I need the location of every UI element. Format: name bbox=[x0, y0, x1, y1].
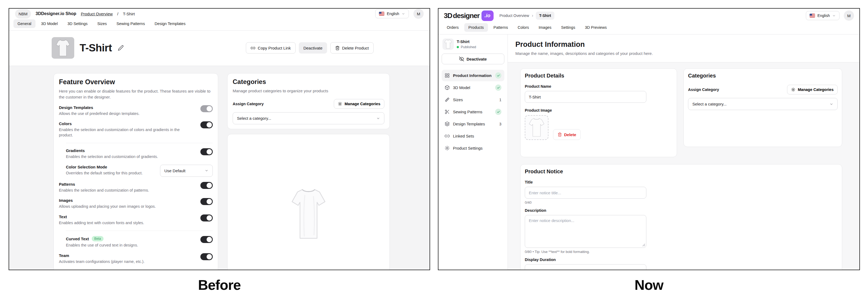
product-name-input[interactable] bbox=[525, 91, 646, 103]
tshirt-3d-preview bbox=[290, 187, 327, 241]
tab-sizes[interactable]: Sizes bbox=[93, 19, 111, 28]
manage-categories-button[interactable]: Manage Categories bbox=[787, 85, 838, 94]
images-toggle[interactable] bbox=[200, 198, 213, 205]
feature-label: Images bbox=[59, 198, 156, 203]
product-details-card: Product Details Product Name Product Ima… bbox=[520, 68, 677, 157]
colors-toggle[interactable] bbox=[200, 121, 213, 128]
feature-label: Gradients bbox=[66, 148, 158, 153]
chevron-down-icon bbox=[832, 14, 836, 18]
check-badge bbox=[495, 109, 501, 115]
product-image-dropzone[interactable] bbox=[525, 115, 549, 140]
trash-icon bbox=[558, 132, 562, 137]
page-subtitle: Manage the name, images, descriptions an… bbox=[515, 51, 852, 56]
manage-categories-button[interactable]: Manage Categories bbox=[334, 99, 384, 109]
product-notice-card: Product Notice Title 0/40 Description 0/… bbox=[520, 164, 842, 270]
tab-products[interactable]: Products bbox=[464, 23, 488, 32]
now-panel: 3Ddesigner .io Product Overview › T-Shir… bbox=[438, 8, 860, 270]
link-icon bbox=[445, 133, 450, 139]
tab-patterns[interactable]: Patterns bbox=[490, 23, 512, 32]
copy-product-link-button[interactable]: Copy Product Link bbox=[246, 42, 296, 54]
sidebar-item-product-information[interactable]: Product Information bbox=[442, 70, 504, 81]
user-avatar[interactable]: M bbox=[413, 9, 424, 19]
tab-3d-model[interactable]: 3D Model bbox=[37, 19, 62, 28]
scissors-icon bbox=[445, 109, 450, 114]
tab-images[interactable]: Images bbox=[534, 23, 555, 32]
edit-title-icon[interactable] bbox=[118, 45, 124, 51]
tab-sewing-patterns[interactable]: Sewing Patterns bbox=[113, 19, 149, 28]
divider bbox=[66, 270, 213, 270]
feature-row-patterns: Patterns Enables the selection and custo… bbox=[59, 182, 213, 193]
feature-row-team: Team Activates team configurations (play… bbox=[59, 253, 213, 265]
categories-title: Categories bbox=[688, 73, 838, 79]
tab-design-templates[interactable]: Design Templates bbox=[151, 19, 190, 28]
tshirt-image bbox=[528, 118, 545, 138]
notice-description-textarea[interactable] bbox=[525, 215, 646, 248]
divider bbox=[66, 143, 213, 143]
product-mini-card: T-Shirt Published bbox=[442, 38, 504, 50]
tab-3d-previews[interactable]: 3D Previews bbox=[581, 23, 611, 32]
deactivate-button[interactable]: Deactivate bbox=[442, 54, 504, 64]
language-label: English bbox=[387, 11, 399, 16]
gradients-toggle[interactable] bbox=[200, 148, 213, 155]
before-tabbar: General 3D Model 3D Settings Sizes Sewin… bbox=[9, 19, 430, 31]
assign-category-row: Assign Category Manage Categories bbox=[232, 99, 384, 109]
assign-category-label: Assign Category bbox=[232, 102, 264, 106]
team-toggle[interactable] bbox=[200, 253, 213, 260]
now-label: Now bbox=[438, 273, 860, 297]
delete-image-button[interactable]: Delete bbox=[553, 129, 581, 140]
product-title-bar: T-Shirt Copy Product Link Deactivate Del… bbox=[9, 31, 430, 66]
feature-label: Curved TextBeta bbox=[66, 236, 138, 241]
categories-desc: Manage product categories to organize yo… bbox=[232, 89, 384, 93]
feature-desc: Allows the use of predefined design temp… bbox=[59, 111, 140, 117]
feature-row-color-selection-mode: Color Selection Mode Overrides the defau… bbox=[66, 165, 213, 177]
design-templates-toggle[interactable] bbox=[200, 105, 213, 112]
sidebar-item-design-templates[interactable]: Design Templates 3 bbox=[442, 118, 504, 130]
tab-3d-settings[interactable]: 3D Settings bbox=[63, 19, 92, 28]
curved-text-toggle[interactable] bbox=[200, 236, 213, 243]
sidebar-item-product-settings[interactable]: Product Settings bbox=[442, 142, 504, 154]
text-toggle[interactable] bbox=[200, 214, 213, 221]
feature-label: Patterns bbox=[59, 182, 149, 186]
categories-title: Categories bbox=[232, 78, 384, 86]
user-avatar[interactable]: M bbox=[844, 10, 854, 21]
app-logo[interactable]: 3Ddesigner .io bbox=[444, 10, 494, 21]
language-selector[interactable]: English bbox=[375, 9, 409, 18]
now-header: 3Ddesigner .io Product Overview › T-Shir… bbox=[438, 9, 859, 23]
before-header: NBM 3DDesigner.io Shop Product Overview … bbox=[9, 9, 430, 19]
chevron-down-icon bbox=[376, 117, 380, 120]
sidebar-item-3d-model[interactable]: 3D Model bbox=[442, 82, 504, 93]
resize-handle[interactable] bbox=[642, 244, 645, 246]
sidebar-item-sizes[interactable]: Sizes 1 bbox=[442, 94, 504, 105]
tab-settings[interactable]: Settings bbox=[557, 23, 579, 32]
org-badge[interactable]: NBM bbox=[15, 9, 31, 19]
us-flag-icon bbox=[379, 12, 384, 16]
sidebar-item-sewing-patterns[interactable]: Sewing Patterns bbox=[442, 106, 504, 118]
product-sidebar: T-Shirt Published Deactivate Product Inf… bbox=[438, 34, 508, 270]
breadcrumb-separator: / bbox=[117, 11, 118, 16]
notice-title-input[interactable] bbox=[525, 187, 646, 199]
published-dot bbox=[457, 46, 459, 48]
delete-product-button[interactable]: Delete Product bbox=[330, 42, 374, 54]
product-preview-card bbox=[227, 134, 390, 270]
patterns-toggle[interactable] bbox=[200, 182, 213, 189]
display-duration-input[interactable] bbox=[525, 264, 646, 270]
deactivate-button[interactable]: Deactivate bbox=[299, 42, 327, 54]
feature-desc: Allows uploading and placing your own im… bbox=[59, 204, 156, 209]
category-select[interactable]: Select a category... bbox=[232, 112, 384, 124]
feature-row-colors: Colors Enables the selection and customi… bbox=[59, 121, 213, 138]
feature-desc: Enables the use of curved text in design… bbox=[66, 243, 138, 248]
breadcrumb-product-overview[interactable]: Product Overview bbox=[499, 13, 529, 18]
category-select[interactable]: Select a category... bbox=[688, 98, 838, 110]
tab-colors[interactable]: Colors bbox=[514, 23, 533, 32]
sidebar-item-linked-sets[interactable]: Linked Sets bbox=[442, 130, 504, 142]
logo-text: 3Ddesigner bbox=[444, 11, 479, 20]
breadcrumb-product-overview[interactable]: Product Overview bbox=[81, 11, 113, 16]
feature-desc: Enables adding text with custom fonts an… bbox=[59, 220, 144, 226]
sidebar-nav: Product Information 3D Model Sizes 1 Sew… bbox=[442, 70, 504, 154]
check-badge bbox=[495, 85, 501, 91]
product-name-label: Product Name bbox=[525, 84, 673, 89]
language-selector[interactable]: English bbox=[806, 11, 839, 20]
tab-orders[interactable]: Orders bbox=[443, 23, 463, 32]
color-selection-mode-select[interactable]: Use Default bbox=[160, 165, 213, 177]
tab-general[interactable]: General bbox=[13, 19, 35, 28]
